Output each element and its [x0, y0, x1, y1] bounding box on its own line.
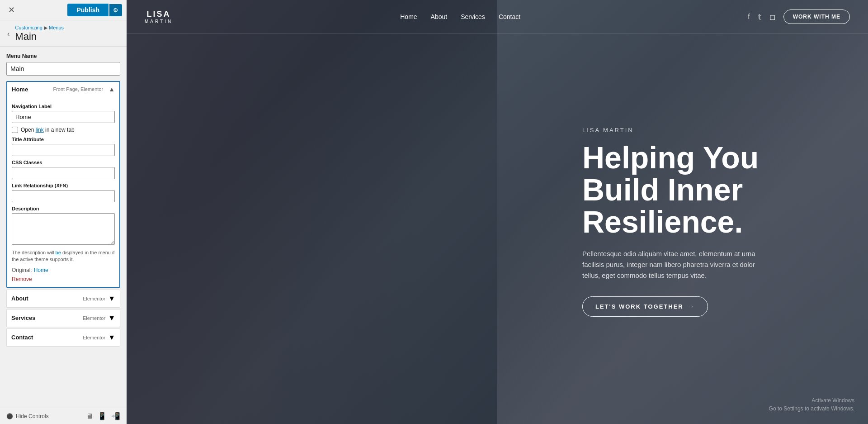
menu-item-contact-title: Contact: [11, 334, 33, 341]
tablet-icon[interactable]: 📱: [98, 412, 107, 420]
menu-item-about-type: Elementor: [83, 296, 105, 301]
menu-item-home-body: Navigation Label Open link in a new tab …: [7, 96, 119, 287]
windows-watermark: Activate Windows Go to Settings to activ…: [769, 396, 854, 413]
mobile-icon[interactable]: 📲: [111, 412, 120, 420]
hide-controls-button[interactable]: ⚫ Hide Controls: [6, 413, 49, 419]
chevron-down-icon: ▼: [108, 333, 115, 342]
nav-home[interactable]: Home: [400, 13, 417, 20]
menu-item-services-type: Elementor: [83, 315, 105, 321]
cta-label: LET'S WORK TOGETHER: [595, 303, 684, 310]
nav-label-label: Navigation Label: [12, 104, 115, 109]
menu-item-home-expanded: Home Front Page, Elementor ▲ Navigation …: [6, 81, 120, 288]
publish-group: Publish ⚙: [67, 4, 122, 16]
site-preview: LISA MARTIN Home About Services Contact …: [127, 0, 868, 424]
breadcrumb-title: Main: [15, 31, 64, 43]
description-label: Description: [12, 206, 115, 211]
publish-button[interactable]: Publish: [67, 4, 108, 16]
bottom-bar: ⚫ Hide Controls 🖥 📱 📲: [0, 408, 127, 424]
gear-icon: ⚙: [113, 7, 118, 14]
menu-item-home-type: Front Page, Elementor: [53, 86, 103, 92]
publish-settings-button[interactable]: ⚙: [109, 4, 122, 16]
nav-about[interactable]: About: [431, 13, 448, 20]
description-textarea[interactable]: [12, 213, 115, 245]
windows-line1: Activate Windows: [769, 396, 854, 405]
menu-item-contact[interactable]: Contact Elementor ▼: [6, 329, 120, 347]
nav-links: Home About Services Contact: [400, 13, 520, 20]
original-link[interactable]: Home: [34, 267, 48, 273]
hero-person-name: LISA MARTIN: [582, 126, 831, 133]
back-button[interactable]: ‹: [6, 29, 10, 39]
menu-item-about-title: About: [11, 295, 28, 302]
original-label: Original:: [12, 267, 32, 273]
customizer-panel: ✕ Publish ⚙ ‹ Customizing ▶ Menus Main M…: [0, 0, 127, 424]
facebook-icon[interactable]: f: [748, 13, 750, 21]
desktop-icon[interactable]: 🖥: [86, 412, 93, 420]
eye-icon: ⚫: [6, 413, 13, 419]
nav-label-input[interactable]: [12, 111, 115, 123]
menu-item-contact-type: Elementor: [83, 335, 105, 340]
menu-item-home-header[interactable]: Home Front Page, Elementor ▲: [7, 82, 119, 96]
hero-headline: Helping You Build Inner Resilience.: [582, 141, 831, 238]
device-icons: 🖥 📱 📲: [86, 412, 120, 420]
logo-sub: MARTIN: [145, 19, 173, 24]
menu-name-label: Menu Name: [6, 53, 120, 59]
cta-button[interactable]: LET'S WORK TOGETHER →: [582, 296, 708, 317]
menu-item-about[interactable]: About Elementor ▼: [6, 290, 120, 308]
css-classes-input[interactable]: [12, 167, 115, 179]
work-with-me-button[interactable]: WORK WITH ME: [783, 10, 850, 24]
menu-item-services-title: Services: [11, 314, 36, 321]
menu-item-home-title: Home: [12, 86, 28, 93]
nav-contact[interactable]: Contact: [499, 13, 520, 20]
link-rel-input[interactable]: [12, 190, 115, 202]
nav-right: f 𝕥 ◻ WORK WITH ME: [748, 10, 850, 24]
nav-services[interactable]: Services: [461, 13, 485, 20]
css-classes-label: CSS Classes: [12, 160, 115, 165]
top-bar: ✕ Publish ⚙: [0, 0, 127, 20]
menu-item-services[interactable]: Services Elementor ▼: [6, 309, 120, 327]
hero-subtext: Pellentesque odio aliquam vitae amet, el…: [582, 248, 763, 281]
breadcrumb: Customizing ▶ Menus Main: [15, 25, 64, 43]
title-attr-label: Title Attribute: [12, 137, 115, 142]
remove-link[interactable]: Remove: [12, 276, 115, 282]
chevron-up-icon: ▲: [108, 86, 115, 93]
panel-content: Menu Name Home Front Page, Elementor ▲ N…: [0, 47, 127, 408]
chevron-down-icon: ▼: [108, 314, 115, 322]
new-tab-label: Open link in a new tab: [21, 127, 75, 133]
breadcrumb-parent: Customizing ▶ Menus: [15, 25, 64, 31]
link-rel-label: Link Relationship (XFN): [12, 183, 115, 188]
hero-content: LISA MARTIN Helping You Build Inner Resi…: [582, 126, 831, 316]
breadcrumb-section: ‹ Customizing ▶ Menus Main: [0, 20, 127, 47]
description-note: The description will be displayed in the…: [12, 249, 115, 263]
chevron-down-icon: ▼: [108, 295, 115, 303]
site-nav: LISA MARTIN Home About Services Contact …: [127, 0, 868, 34]
instagram-icon[interactable]: ◻: [769, 13, 775, 21]
menu-name-input[interactable]: [6, 62, 120, 76]
title-attr-input[interactable]: [12, 144, 115, 156]
close-button[interactable]: ✕: [5, 3, 19, 17]
cta-arrow-icon: →: [688, 303, 695, 310]
hide-controls-label: Hide Controls: [16, 413, 49, 419]
logo-name: LISA: [147, 10, 171, 19]
twitter-icon[interactable]: 𝕥: [758, 13, 761, 21]
site-logo: LISA MARTIN: [145, 10, 173, 24]
new-tab-checkbox[interactable]: [12, 127, 18, 133]
windows-line2: Go to Settings to activate Windows.: [769, 405, 854, 413]
